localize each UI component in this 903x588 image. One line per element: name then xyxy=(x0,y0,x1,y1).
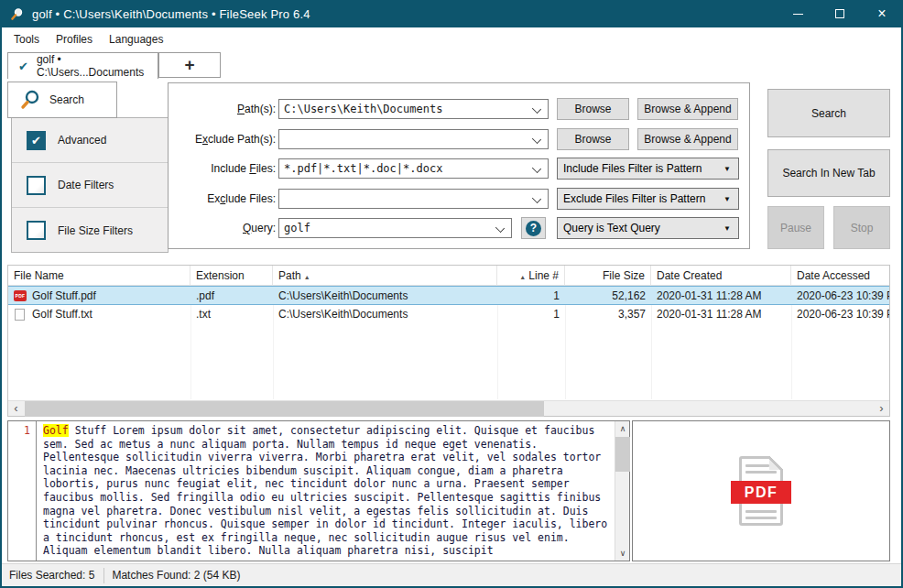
dropdown-arrow-icon: ▼ xyxy=(723,165,731,173)
search-section-header[interactable]: Search xyxy=(7,82,117,118)
column-header-path[interactable]: Path▲ xyxy=(273,266,497,286)
stop-button[interactable]: Stop xyxy=(833,206,890,249)
pdf-preview-pane: PDF xyxy=(632,420,890,561)
column-header-file-name[interactable]: File Name xyxy=(8,266,190,286)
query-input[interactable]: golf xyxy=(278,218,512,238)
path-input[interactable]: C:\Users\Keith\Documents xyxy=(278,99,549,119)
horizontal-scrollbar[interactable]: ‹ › xyxy=(8,400,889,416)
chevron-down-icon[interactable] xyxy=(532,104,541,114)
advanced-checkbox[interactable]: ✔ xyxy=(27,131,46,150)
matches-found-status: Matches Found: 2 (54 KB) xyxy=(103,568,249,583)
vertical-scrollbar[interactable]: ∧ ∨ xyxy=(615,421,629,561)
sort-ascending-icon: ▲ xyxy=(304,274,310,280)
exclude-files-filter-value: Exclude Files Filter is Pattern xyxy=(563,192,705,205)
maximize-button[interactable] xyxy=(819,0,861,27)
file-size-filters-checkbox[interactable] xyxy=(27,221,46,240)
preview-body-text: Stuff Lorem ipsum dolor sit amet, consec… xyxy=(43,424,607,557)
scroll-down-icon[interactable]: ∨ xyxy=(615,546,630,561)
help-icon: ? xyxy=(526,221,541,236)
new-tab-button[interactable]: + xyxy=(158,52,221,78)
column-header-line[interactable]: ▲Line # xyxy=(497,266,565,286)
cell-file-name: Golf Stuff.pdf xyxy=(32,289,96,302)
chevron-down-icon[interactable] xyxy=(532,135,541,144)
chevron-down-icon[interactable] xyxy=(532,164,541,173)
path-value: C:\Users\Keith\Documents xyxy=(284,103,442,115)
path-label: Path(s): xyxy=(173,103,276,115)
table-row-pdf[interactable]: PDFGolf Stuff.pdf .pdf C:\Users\Keith\Do… xyxy=(8,286,889,305)
column-header-extension[interactable]: Extension xyxy=(190,266,273,286)
vertical-scrollbar-thumb[interactable] xyxy=(615,437,630,472)
titlebar[interactable]: golf • C:\Users\Keith\Documents • FileSe… xyxy=(0,0,903,27)
pause-button[interactable]: Pause xyxy=(767,206,824,249)
cell-file-size: 52,162 xyxy=(565,287,651,304)
text-preview-pane: 1 Golf Stuff Lorem ipsum dolor sit amet,… xyxy=(7,420,630,561)
browse-exclude-path-button[interactable]: Browse xyxy=(557,128,629,150)
query-help-button[interactable]: ? xyxy=(521,217,546,239)
tab-active-search[interactable]: ✔ golf • C:\Users...Documents xyxy=(7,52,158,79)
menubar: Tools Profiles Languages xyxy=(2,27,901,52)
file-size-filters-toggle[interactable]: File Size Filters xyxy=(12,208,168,253)
results-header-row: File Name Extension Path▲ ▲Line # File S… xyxy=(8,266,889,286)
exclude-path-label: Exclude Path(s): xyxy=(173,133,276,146)
menu-profiles[interactable]: Profiles xyxy=(48,27,101,52)
browse-path-button[interactable]: Browse xyxy=(557,98,629,120)
minimize-button[interactable] xyxy=(777,0,819,27)
cell-line: 1 xyxy=(497,287,565,304)
match-highlight: Golf xyxy=(43,424,69,437)
plus-icon: + xyxy=(184,55,194,75)
filter-toggle-panel: ✔ Advanced Date Filters File Size Filter… xyxy=(11,117,169,253)
search-section-label: Search xyxy=(49,93,84,106)
exclude-files-input[interactable] xyxy=(278,189,549,209)
tab-bar: ✔ golf • C:\Users...Documents + xyxy=(2,52,901,79)
close-button[interactable]: × xyxy=(861,0,903,27)
column-header-date-created[interactable]: Date Created xyxy=(651,266,791,286)
scroll-up-icon[interactable]: ∧ xyxy=(615,421,630,436)
include-files-label: Include Files: xyxy=(173,162,276,175)
date-filters-checkbox[interactable] xyxy=(27,176,46,195)
column-header-date-accessed[interactable]: Date Accessed xyxy=(791,266,889,286)
preview-text[interactable]: Golf Stuff Lorem ipsum dolor sit amet, c… xyxy=(38,421,614,561)
cell-date-created: 2020-01-31 11:28 AM xyxy=(651,287,791,304)
pdf-file-icon: PDF xyxy=(14,290,27,301)
chevron-down-icon[interactable] xyxy=(532,194,541,203)
advanced-toggle[interactable]: ✔ Advanced xyxy=(12,118,168,163)
search-button[interactable]: Search xyxy=(767,89,890,137)
sort-ascending-icon: ▲ xyxy=(519,274,526,280)
date-filters-label: Date Filters xyxy=(58,179,114,191)
browse-append-exclude-path-button[interactable]: Browse & Append xyxy=(637,128,738,150)
status-bar: Files Searched: 5 Matches Found: 2 (54 K… xyxy=(2,563,901,586)
exclude-files-label: Exclude Files: xyxy=(173,192,276,205)
query-type-value: Query is Text Query xyxy=(563,222,660,234)
minimize-icon xyxy=(793,14,803,15)
scroll-left-icon[interactable]: ‹ xyxy=(8,401,24,417)
query-type-dropdown[interactable]: Query is Text Query ▼ xyxy=(557,217,739,239)
browse-append-path-button[interactable]: Browse & Append xyxy=(637,98,738,120)
include-files-input[interactable]: *.pdf|*.txt|*.doc|*.docx xyxy=(278,158,549,179)
scroll-right-icon[interactable]: › xyxy=(874,401,889,417)
search-icon xyxy=(19,89,41,111)
app-magnifier-icon xyxy=(10,7,24,21)
line-number-gutter: 1 xyxy=(8,421,37,561)
search-in-new-tab-button[interactable]: Search In New Tab xyxy=(767,149,890,197)
column-header-file-size[interactable]: File Size xyxy=(565,266,651,286)
menu-tools[interactable]: Tools xyxy=(5,27,48,52)
dropdown-arrow-icon: ▼ xyxy=(723,224,731,233)
table-grid-lines xyxy=(8,305,889,399)
exclude-path-input[interactable] xyxy=(278,129,549,149)
menu-languages[interactable]: Languages xyxy=(101,27,171,52)
window-title: golf • C:\Users\Keith\Documents • FileSe… xyxy=(32,7,310,21)
cell-date-accessed: 2020-06-23 10:39 PM xyxy=(791,287,889,304)
include-files-filter-dropdown[interactable]: Include Files Filter is Pattern ▼ xyxy=(557,158,739,180)
exclude-files-filter-dropdown[interactable]: Exclude Files Filter is Pattern ▼ xyxy=(557,188,739,210)
chevron-down-icon[interactable] xyxy=(495,223,505,233)
horizontal-scrollbar-thumb[interactable] xyxy=(25,401,544,417)
pdf-band-label: PDF xyxy=(731,481,791,504)
cell-path: C:\Users\Keith\Documents xyxy=(273,287,497,304)
date-filters-toggle[interactable]: Date Filters xyxy=(12,163,168,208)
close-icon: × xyxy=(877,0,886,27)
maximize-icon xyxy=(835,9,844,18)
line-number: 1 xyxy=(24,424,30,437)
file-size-filters-label: File Size Filters xyxy=(58,224,133,237)
pdf-document-icon: PDF xyxy=(731,456,791,526)
query-label: Query: xyxy=(173,222,276,234)
